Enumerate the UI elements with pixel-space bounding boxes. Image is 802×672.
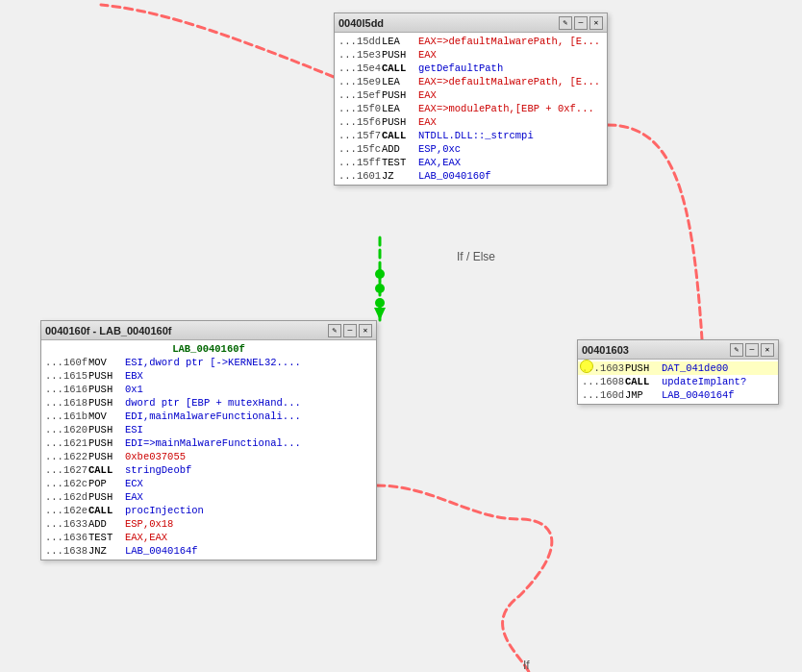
minimize-btn-top[interactable]: ─ — [574, 16, 588, 30]
svg-point-3 — [375, 298, 385, 308]
table-row[interactable]: ...161b MOV EDI,mainMalwareFunctionali..… — [41, 410, 376, 423]
table-row[interactable]: ...160d JMP LAB_0040164f — [578, 388, 778, 402]
table-row[interactable]: ...1615 PUSH EBX — [41, 369, 376, 383]
table-row[interactable]: ...15fc ADD ESP,0xc — [335, 142, 607, 156]
table-row[interactable]: ...15ff TEST EAX,EAX — [335, 156, 607, 169]
window-left[interactable]: 0040160f - LAB_0040160f ✎ ─ ✕ LAB_004016… — [40, 320, 377, 560]
table-row[interactable]: ...15f6 PUSH EAX — [335, 115, 607, 129]
table-row[interactable]: ...162d PUSH EAX — [41, 490, 376, 504]
close-btn-top[interactable]: ✕ — [589, 16, 603, 30]
close-btn-left[interactable]: ✕ — [359, 324, 372, 337]
table-row[interactable]: ...15e3 PUSH EAX — [335, 48, 607, 62]
minimize-btn-right[interactable]: ─ — [745, 343, 759, 357]
table-row[interactable]: ...1601 JZ LAB_0040160f — [335, 169, 607, 183]
table-row[interactable]: ...1622 PUSH 0xbe037055 — [41, 450, 376, 463]
window-content-top: ...15dd LEA EAX=>defaultMalwarePath, [E.… — [335, 33, 607, 185]
if-else-label: If / Else — [457, 250, 495, 263]
table-row[interactable]: ...1608 CALL updateImplant? — [578, 375, 778, 388]
window-content-left: LAB_0040160f ...160f MOV ESI,dword ptr [… — [41, 340, 376, 560]
window-title-left: 0040160f - LAB_0040160f — [45, 325, 171, 336]
table-row[interactable]: ...162e CALL procInjection — [41, 504, 376, 517]
table-row[interactable]: ...160f MOV ESI,dword ptr [->KERNEL32...… — [41, 356, 376, 369]
table-row[interactable]: ...1620 PUSH ESI — [41, 423, 376, 436]
table-row[interactable]: ...162c POP ECX — [41, 477, 376, 490]
table-row[interactable]: ...1633 ADD ESP,0x18 — [41, 517, 376, 531]
window-title-right: 00401603 — [582, 344, 629, 356]
minimize-btn-left[interactable]: ─ — [343, 324, 357, 337]
window-controls-top: ✎ ─ ✕ — [559, 16, 603, 30]
table-row[interactable]: ...15f7 CALL NTDLL.DLL::_strcmpi — [335, 129, 607, 142]
close-btn-right[interactable]: ✕ — [761, 343, 774, 357]
svg-marker-0 — [374, 308, 386, 320]
if-label: If — [523, 659, 530, 672]
edit-btn-top[interactable]: ✎ — [559, 16, 572, 30]
titlebar-right: 00401603 ✎ ─ ✕ — [578, 340, 778, 360]
svg-point-1 — [375, 269, 385, 279]
table-row[interactable]: ...1638 JNZ LAB_0040164f — [41, 544, 376, 558]
table-row: LAB_0040160f — [41, 342, 376, 356]
svg-point-2 — [375, 284, 385, 293]
edit-btn-right[interactable]: ✎ — [730, 343, 743, 357]
table-row[interactable]: ...15e9 LEA EAX=>defaultMalwarePath, [E.… — [335, 75, 607, 88]
window-controls-right: ✎ ─ ✕ — [730, 343, 774, 357]
table-row[interactable]: ...1603 PUSH DAT_041de00 — [578, 361, 778, 375]
table-row[interactable]: ...1616 PUSH 0x1 — [41, 383, 376, 396]
table-row[interactable]: ...1627 CALL stringDeobf — [41, 463, 376, 477]
table-row[interactable]: ...15dd LEA EAX=>defaultMalwarePath, [E.… — [335, 35, 607, 48]
edit-btn-left[interactable]: ✎ — [328, 324, 341, 337]
window-content-right: ...1603 PUSH DAT_041de00 ...1608 CALL up… — [578, 360, 778, 404]
table-row[interactable]: ...15f0 LEA EAX=>modulePath,[EBP + 0xf..… — [335, 102, 607, 115]
window-top[interactable]: 0040l5dd ✎ ─ ✕ ...15dd LEA EAX=>defaultM… — [334, 12, 608, 186]
table-row[interactable]: ...1618 PUSH dword ptr [EBP + mutexHand.… — [41, 396, 376, 410]
titlebar-top: 0040l5dd ✎ ─ ✕ — [335, 13, 607, 33]
table-row[interactable]: ...15ef PUSH EAX — [335, 88, 607, 102]
window-controls-left: ✎ ─ ✕ — [328, 324, 372, 337]
window-title-top: 0040l5dd — [338, 17, 384, 29]
titlebar-left: 0040160f - LAB_0040160f ✎ ─ ✕ — [41, 321, 376, 340]
window-right[interactable]: 00401603 ✎ ─ ✕ ...1603 PUSH DAT_041de00 … — [577, 339, 779, 405]
table-row[interactable]: ...1636 TEST EAX,EAX — [41, 531, 376, 544]
table-row[interactable]: ...1621 PUSH EDI=>mainMalwareFunctional.… — [41, 436, 376, 450]
table-row[interactable]: ...15e4 CALL getDefaultPath — [335, 62, 607, 75]
